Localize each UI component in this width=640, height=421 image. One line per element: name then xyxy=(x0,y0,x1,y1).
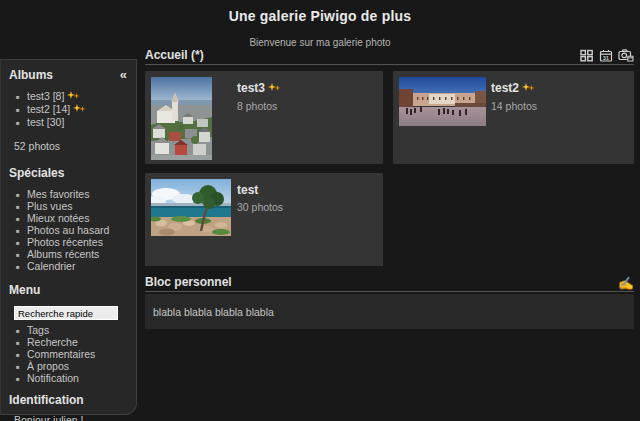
view-mode-icon[interactable] xyxy=(580,49,594,62)
list-item: Photos au hasard xyxy=(1,224,136,236)
breadcrumb-bar: Accueil (*) 31 xyxy=(145,48,634,65)
sidebar-item-recent-albums[interactable]: Albums récents xyxy=(27,248,99,260)
sidebar-item-comments[interactable]: Commentaires xyxy=(27,348,95,360)
specials-section-title: Spéciales xyxy=(9,166,64,180)
specials-list: Mes favorites Plus vues Mieux notées Pho… xyxy=(1,188,136,272)
identification-section-header: Identification xyxy=(1,388,136,409)
list-item: Recherche xyxy=(1,336,136,348)
album-title[interactable]: test xyxy=(237,183,258,197)
menu-section-title: Menu xyxy=(9,283,40,297)
personal-block-content: blabla blabla blabla blabla xyxy=(145,294,634,329)
album-card-test2: test2 14 photos xyxy=(393,71,634,164)
album-photo-count: 14 photos xyxy=(491,100,537,112)
list-item: test3 [8] xyxy=(1,90,136,103)
album-photo-count: 8 photos xyxy=(237,100,281,112)
total-photos-label: 52 photos xyxy=(1,132,136,154)
sidebar-item-calendar[interactable]: Calendrier xyxy=(27,260,75,272)
sidebar-item-random[interactable]: Photos au hasard xyxy=(27,224,109,236)
menu-list: Tags Recherche Commentaires À propos Not… xyxy=(1,324,136,384)
view-toolbar: 31 xyxy=(580,48,634,62)
sidebar-item-search[interactable]: Recherche xyxy=(27,336,78,348)
album-card-test3: test3 8 photos xyxy=(145,71,383,164)
page-title: Une galerie Piwigo de plus xyxy=(0,0,640,24)
sidebar-item-test3[interactable]: test3 [8] xyxy=(27,90,64,102)
breadcrumb[interactable]: Accueil (*) xyxy=(145,48,204,62)
main-content: Accueil (*) 31 xyxy=(145,48,634,421)
svg-text:31: 31 xyxy=(603,55,609,61)
sidebar-item-test[interactable]: test [30] xyxy=(27,116,64,128)
list-item: Plus vues xyxy=(1,200,136,212)
album-thumbnail-coastal-tree[interactable] xyxy=(151,179,231,236)
card-info: test3 8 photos xyxy=(237,77,281,158)
sidebar-item-best-rated[interactable]: Mieux notées xyxy=(27,212,89,224)
edit-icon[interactable]: ✍ xyxy=(618,279,634,289)
sidebar-item-favorites[interactable]: Mes favorites xyxy=(27,188,89,200)
sidebar-item-about[interactable]: À propos xyxy=(27,360,69,372)
sidebar: Albums « test3 [8] test2 [14] test [30] … xyxy=(0,59,137,415)
greeting-text: Bonjour julien ! xyxy=(1,409,136,421)
albums-section-header: Albums « xyxy=(1,60,136,84)
album-grid: test3 8 photos xyxy=(145,71,634,266)
site-header: Une galerie Piwigo de plus Bienvenue sur… xyxy=(0,0,640,48)
albums-list: test3 [8] test2 [14] test [30] xyxy=(1,90,136,128)
personal-block-title: Bloc personnel xyxy=(145,275,232,289)
new-photos-icon xyxy=(73,104,86,116)
thumb-wrap xyxy=(151,179,237,260)
sidebar-item-tags[interactable]: Tags xyxy=(27,324,49,336)
new-photos-icon xyxy=(268,79,281,97)
list-item: Commentaires xyxy=(1,348,136,360)
list-item: Mieux notées xyxy=(1,212,136,224)
personal-block: Bloc personnel ✍ blabla blabla blabla bl… xyxy=(145,275,634,329)
new-photos-icon xyxy=(67,91,80,103)
specials-section-header: Spéciales xyxy=(1,154,136,182)
thumb-wrap xyxy=(399,77,491,158)
search-input[interactable] xyxy=(14,306,118,320)
calendar-created-icon[interactable]: 31 xyxy=(599,49,613,62)
list-item: test2 [14] xyxy=(1,103,136,116)
menu-section-header: Menu xyxy=(1,276,136,299)
new-photos-icon xyxy=(522,79,535,97)
list-item: Mes favorites xyxy=(1,188,136,200)
album-thumbnail-village-church[interactable] xyxy=(151,77,212,160)
card-info: test2 14 photos xyxy=(491,77,537,158)
album-title[interactable]: test3 xyxy=(237,81,265,95)
personal-block-header: Bloc personnel ✍ xyxy=(145,275,634,292)
thumb-wrap xyxy=(151,77,237,158)
page-subtitle: Bienvenue sur ma galerie photo xyxy=(0,37,640,48)
album-card-test: test 30 photos xyxy=(145,173,383,266)
album-thumbnail-city-plaza[interactable] xyxy=(399,77,486,126)
identification-section-title: Identification xyxy=(9,393,84,407)
album-photo-count: 30 photos xyxy=(237,201,283,213)
sidebar-item-notification[interactable]: Notification xyxy=(27,372,79,384)
piwigo-gallery-page: Une galerie Piwigo de plus Bienvenue sur… xyxy=(0,0,640,421)
card-info: test 30 photos xyxy=(237,179,283,260)
list-item: Albums récents xyxy=(1,248,136,260)
list-item: À propos xyxy=(1,360,136,372)
sidebar-item-test2[interactable]: test2 [14] xyxy=(27,103,70,115)
sidebar-item-recent-photos[interactable]: Photos récentes xyxy=(27,236,103,248)
calendar-posted-icon[interactable] xyxy=(618,48,634,62)
album-title[interactable]: test2 xyxy=(491,81,519,95)
list-item: Photos récentes xyxy=(1,236,136,248)
list-item: Tags xyxy=(1,324,136,336)
list-item: Notification xyxy=(1,372,136,384)
list-item: Calendrier xyxy=(1,260,136,272)
sidebar-item-most-viewed[interactable]: Plus vues xyxy=(27,200,73,212)
collapse-menu-icon[interactable]: « xyxy=(120,70,127,80)
list-item: test [30] xyxy=(1,116,136,128)
albums-section-title: Albums xyxy=(9,68,53,82)
